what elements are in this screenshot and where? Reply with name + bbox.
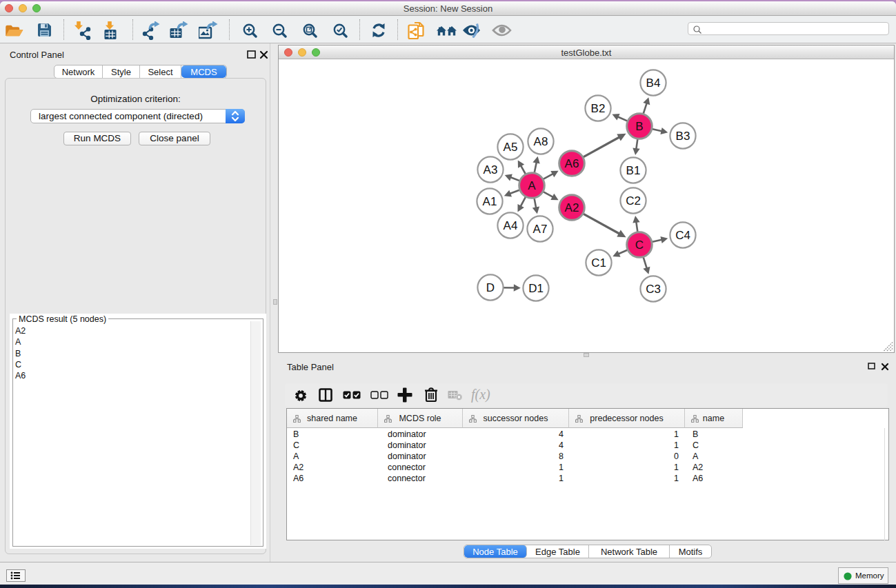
svg-text:A5: A5: [504, 141, 518, 154]
svg-text:A6: A6: [565, 157, 579, 170]
svg-text:B4: B4: [646, 77, 661, 90]
svg-text:B3: B3: [676, 130, 690, 143]
svg-text:C: C: [635, 239, 644, 252]
svg-text:B: B: [635, 120, 643, 133]
svg-text:C3: C3: [646, 283, 661, 296]
svg-text:C4: C4: [675, 229, 690, 242]
svg-text:A4: A4: [504, 219, 518, 232]
svg-text:C2: C2: [626, 194, 641, 207]
svg-text:D1: D1: [528, 282, 544, 295]
svg-text:A2: A2: [565, 201, 579, 214]
svg-text:C1: C1: [591, 256, 606, 270]
svg-text:A3: A3: [484, 163, 498, 176]
svg-text:B2: B2: [591, 102, 606, 115]
svg-text:B1: B1: [626, 164, 641, 177]
svg-text:A8: A8: [534, 135, 548, 148]
svg-text:A: A: [528, 179, 536, 192]
svg-text:A7: A7: [533, 223, 548, 236]
svg-text:A1: A1: [483, 195, 497, 208]
svg-text:D: D: [486, 281, 495, 294]
